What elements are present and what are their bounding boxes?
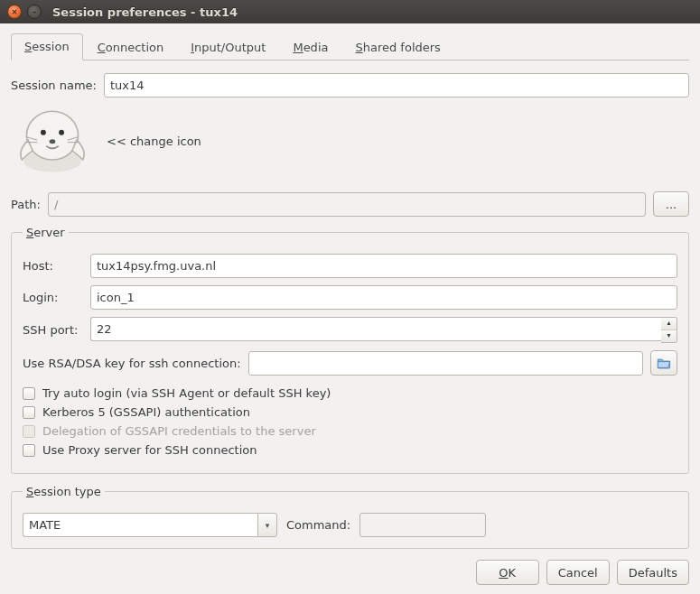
path-row: Path: ...: [11, 191, 689, 217]
check-auto-login-row[interactable]: Try auto login (via SSH Agent or default…: [23, 386, 677, 400]
check-kerberos-row[interactable]: Kerberos 5 (GSSAPI) authentication: [23, 405, 677, 419]
tab-input-output[interactable]: Input/Output: [178, 35, 278, 60]
host-input[interactable]: [90, 254, 677, 278]
folder-open-icon: [657, 357, 671, 369]
tab-bar: Session Connection Input/Output Media Sh…: [11, 32, 689, 60]
session-name-input[interactable]: [104, 73, 689, 97]
sshport-label: SSH port:: [23, 323, 83, 337]
check-delegation-row: Delegation of GSSAPI credentials to the …: [23, 424, 677, 438]
dialog-footer: OK Cancel Defaults: [11, 560, 689, 585]
path-browse-button[interactable]: ...: [653, 191, 689, 217]
server-group: Server Host: Login: SSH port: ▴ ▾ Use RS…: [11, 226, 689, 474]
host-label: Host:: [23, 259, 83, 273]
checkbox-icon[interactable]: [23, 406, 35, 419]
svg-point-2: [41, 130, 46, 135]
check-proxy-label: Use Proxy server for SSH connection: [42, 443, 257, 457]
svg-point-1: [26, 111, 78, 160]
tab-session[interactable]: Session: [11, 33, 83, 60]
sshport-step-down[interactable]: ▾: [661, 330, 677, 343]
window-titlebar: × – Session preferences - tux14: [0, 0, 700, 23]
change-icon-label: << change icon: [107, 135, 201, 148]
session-seal-icon[interactable]: [14, 107, 90, 175]
session-name-row: Session name:: [11, 73, 689, 97]
check-proxy-row[interactable]: Use Proxy server for SSH connection: [23, 443, 677, 457]
session-icon-row: << change icon: [14, 107, 689, 175]
rsa-key-input[interactable]: [248, 351, 643, 376]
tab-connection[interactable]: Connection: [85, 35, 177, 60]
cancel-button[interactable]: Cancel: [546, 560, 610, 585]
svg-point-3: [59, 130, 64, 135]
command-label: Command:: [286, 518, 350, 532]
check-kerberos-label: Kerberos 5 (GSSAPI) authentication: [42, 405, 250, 419]
checkbox-icon: [23, 425, 35, 438]
session-type-legend: Session type: [23, 485, 105, 498]
server-legend: Server: [23, 226, 69, 239]
minimize-icon[interactable]: –: [27, 5, 42, 19]
check-auto-login-label: Try auto login (via SSH Agent or default…: [42, 386, 331, 400]
checkbox-icon[interactable]: [23, 444, 35, 457]
ok-button[interactable]: OK: [476, 560, 539, 585]
sshport-stepper[interactable]: ▴ ▾: [90, 317, 677, 343]
session-type-input[interactable]: [23, 513, 257, 537]
close-icon[interactable]: ×: [7, 5, 22, 19]
tab-shared-folders[interactable]: Shared folders: [342, 35, 453, 60]
tab-media[interactable]: Media: [280, 35, 341, 60]
sshport-step-up[interactable]: ▴: [661, 318, 677, 330]
session-name-label: Session name:: [11, 79, 97, 92]
dialog-content: Session Connection Input/Output Media Sh…: [0, 23, 700, 594]
defaults-button[interactable]: Defaults: [617, 560, 689, 585]
path-input: [48, 192, 646, 217]
session-type-combo[interactable]: ▾: [23, 513, 277, 537]
checkbox-icon[interactable]: [23, 387, 35, 400]
rsa-browse-button[interactable]: [650, 350, 677, 376]
chevron-down-icon[interactable]: ▾: [257, 513, 277, 537]
window-title: Session preferences - tux14: [52, 5, 238, 19]
sshport-input[interactable]: [90, 317, 661, 341]
login-input[interactable]: [90, 285, 677, 310]
rsa-label: Use RSA/DSA key for ssh connection:: [23, 357, 241, 370]
session-type-group: Session type ▾ Command:: [11, 485, 689, 549]
path-label: Path:: [11, 198, 41, 211]
command-input: [359, 513, 486, 537]
check-delegation-label: Delegation of GSSAPI credentials to the …: [42, 424, 316, 438]
login-label: Login:: [23, 291, 83, 304]
svg-point-4: [50, 139, 56, 144]
